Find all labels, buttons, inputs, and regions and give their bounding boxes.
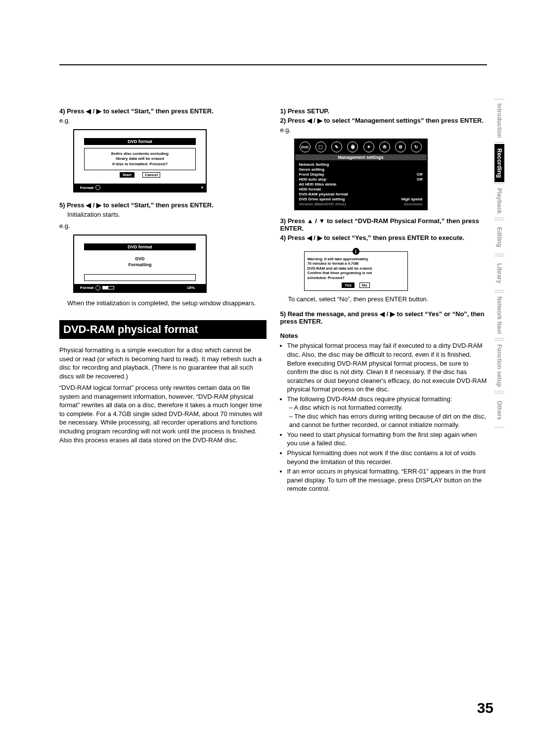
menu-icon: ⚙ [395,142,406,152]
step-5r: 5) Read the message, and press ◀ / ▶ to … [280,310,488,325]
dialog-line: DVD [87,256,193,262]
step-2: 2) Press ◀ / ▶ to select “Management set… [280,117,488,124]
menu-icon: ✇ [379,142,390,152]
percent-label: 18% [187,285,195,290]
dialog-message: Entire disc contents excluding library d… [84,148,196,170]
cancel-button[interactable]: Cancel [142,172,160,178]
right-column: 1) Press SETUP. 2) Press ◀ / ▶ to select… [280,107,488,494]
left-column: 4) Press ◀ / ▶ to select “Start,” then p… [59,107,267,494]
dialog-line: library data will be erased [88,156,192,161]
notes-list: The physical format process may fail if … [280,341,488,493]
note-item: Physical formatting does not work if the… [287,449,488,466]
yes-button[interactable]: Yes [342,283,355,288]
info-icon: i [353,248,359,255]
dialog-title: DVD format [84,138,196,145]
menu-icon: ✎ [331,142,342,152]
settings-row[interactable]: Genre setting [299,167,423,172]
dialog-line: Entire disc contents excluding [88,151,192,156]
dialog-line: Formatting [87,262,193,268]
page-number: 35 [477,700,493,716]
step-3: 3) Press ▲ / ▼ to select “DVD-RAM Physic… [280,217,488,232]
initialization-done-text: When the initialization is completed, th… [67,299,267,308]
settings-row[interactable]: HDD format [299,187,423,191]
settings-row[interactable]: Network Setting [299,162,423,167]
note-sub-item: – The disc which has errors during writi… [289,412,488,429]
sidebar-tab-editing[interactable]: Editing [494,220,504,254]
settings-row[interactable]: All HDD titles delete [299,182,423,187]
note-item: The physical format process may fail if … [287,341,488,393]
close-icon: × [199,184,206,191]
settings-row[interactable]: HDD auto stopOff [299,177,423,182]
warning-line: 70 minutes to format a 4.7GB [308,261,404,266]
no-button[interactable]: No [359,283,370,288]
step-4: 4) Press ◀ / ▶ to select “Start,” then p… [59,107,267,115]
warning-line: scheduled. Proceed? [308,276,404,280]
settings-row[interactable]: DVD-RAM physical format [299,191,423,196]
sidebar-tab-playback[interactable]: Playback [494,184,504,218]
sidebar-tab-library[interactable]: Library [494,256,504,290]
settings-row[interactable]: Version (Main/DVD drive)xxxx/xxxx [299,201,423,206]
eg-3: e.g. [280,126,488,134]
eg-1: e.g. [59,117,267,124]
sidebar-tab-recording[interactable]: Recording [494,144,504,182]
dialog-footer: Format × [74,184,206,191]
step-5-sub: Initialization starts. [67,211,267,218]
menu-icon: DVD [300,142,311,152]
menu-icon: ⌚ [347,142,358,152]
progress-bar [84,274,196,281]
section-title: DVD-RAM physical format [59,320,267,339]
horizontal-rule [59,64,487,65]
sidebar-tab-function-setup[interactable]: Function setup [494,340,504,391]
note-item: You need to start physical formatting fr… [287,430,488,448]
step-1: 1) Press SETUP. [280,107,488,115]
dialog-footer: Format 18% [74,284,206,292]
body-paragraph-2: “DVD-RAM logical format” process only re… [59,383,267,444]
step-4r: 4) Press ◀ / ▶ to select “Yes,” then pre… [280,234,488,241]
dialog-line: if disc is formatted. Proceed? [88,162,192,167]
warning-line: DVD-RAM and all data will be erased. [308,266,404,271]
step-5: 5) Press ◀ / ▶ to select “Start,” then p… [59,201,267,209]
warning-line: Confirm that timer programing is not [308,271,404,275]
footer-label: Format [80,285,93,290]
dvd-format-dialog-1: DVD format Entire disc contents excludin… [73,129,207,192]
note-item: The following DVD-RAM discs require phys… [287,395,488,429]
warning-dialog: i Warning: It will take approximately 70… [304,251,408,291]
management-settings-title: Management settings [295,154,427,160]
settings-row[interactable]: DVD Drive speed settingHigh speed [299,196,423,201]
body-paragraph-1: Physical formatting is a simple executio… [59,346,267,380]
progress-icon [102,286,114,289]
notes-heading: Notes [280,332,488,339]
sidebar-tab-introduction[interactable]: Introduction [494,99,504,142]
disc-icon [95,285,100,290]
menu-icon: ⬚ [315,142,326,152]
menu-icon: ↻ [411,142,422,152]
note-sub-item: – A disc which is not formatted correctl… [289,403,488,412]
menu-icon: ✦ [363,142,374,152]
sidebar-tab-network-navi[interactable]: Network Navi [494,292,504,338]
dialog-title: DVD format [84,243,196,250]
start-button[interactable]: Start [120,172,134,178]
dvd-format-dialog-2: DVD format DVD Formatting Format 18% [73,235,207,292]
disc-icon [95,185,100,190]
settings-row[interactable]: Front DisplayOff [299,172,423,177]
sidebar-tab-others[interactable]: Others [494,393,504,427]
warning-line: Warning: It will take approximately [308,257,404,261]
cancel-instruction: To cancel, select “No”, then press ENTER… [288,295,488,304]
note-item: If an error occurs in physical formattin… [287,467,488,493]
section-tabs: IntroductionRecordingPlaybackEditingLibr… [494,99,504,427]
management-settings-screen: DVD ⬚ ✎ ⌚ ✦ ✇ ⚙ ↻ Management settings Ne… [294,139,428,210]
eg-2: e.g. [59,222,267,230]
footer-label: Format [80,186,93,190]
